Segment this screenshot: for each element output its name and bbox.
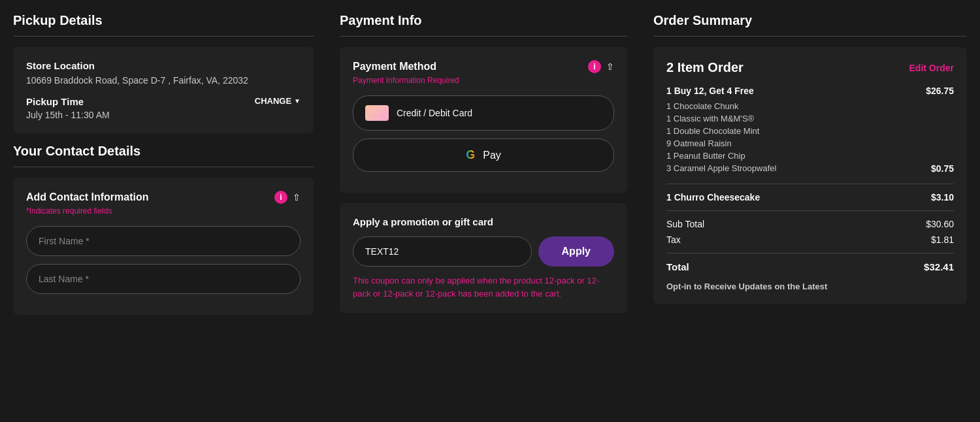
tax-value: $1.81 <box>931 235 954 245</box>
payment-required-note: Payment Information Required <box>353 76 614 85</box>
payment-chevron-up-icon[interactable]: ⇧ <box>606 61 614 72</box>
order-item-count: 2 Item Order <box>666 60 743 75</box>
order-item-row-2: 1 Churro Cheesecake $3.10 <box>666 192 954 203</box>
gpay-label: Pay <box>483 150 501 161</box>
store-address: 10669 Braddock Road, Space D-7 , Fairfax… <box>26 75 301 86</box>
first-name-input[interactable] <box>26 226 301 256</box>
pickup-time-value: July 15th - 11:30 AM <box>26 110 110 120</box>
sub-item-caramel-row: 3 Caramel Apple Stroopwafel $0.75 <box>666 163 954 176</box>
order-item-row: 1 Buy 12, Get 4 Free $26.75 <box>666 86 954 96</box>
order-item-2-price: $3.10 <box>931 192 954 203</box>
sub-item-chocolate-chunk: 1 Chocolate Chunk <box>666 101 954 111</box>
order-item-2-name: 1 Churro Cheesecake <box>666 192 760 203</box>
credit-card-label: Credit / Debit Card <box>397 108 472 118</box>
total-label: Total <box>666 261 689 272</box>
promo-error-message: This coupon can only be applied when the… <box>353 274 614 300</box>
payment-method-title: Payment Method <box>353 61 436 73</box>
sub-item-oatmeal-raisin: 9 Oatmeal Raisin <box>666 138 954 148</box>
chevron-down-icon: ▼ <box>294 97 301 105</box>
sub-item-caramel-price: $0.75 <box>931 163 954 174</box>
tax-row: Tax $1.81 <box>666 235 954 245</box>
gpay-option[interactable]: G Pay <box>353 138 614 172</box>
pickup-card: Store Location 10669 Braddock Road, Spac… <box>13 47 314 133</box>
contact-card-title: Add Contact Information <box>26 191 149 203</box>
payment-card: Payment Method i ⇧ Payment Information R… <box>340 47 627 193</box>
promo-input[interactable] <box>353 236 532 267</box>
contact-info-icon[interactable]: i <box>274 191 287 204</box>
edit-order-button[interactable]: Edit Order <box>909 63 954 73</box>
order-section-title: Order Summary <box>653 13 967 28</box>
promo-card: Apply a promotion or gift card Apply Thi… <box>340 203 627 313</box>
pickup-time-label: Pickup Time <box>26 96 110 107</box>
opt-in-text: Opt-in to Receive Updates on the Latest <box>666 282 954 291</box>
order-item-1-name: 1 Buy 12, Get 4 Free <box>666 86 754 96</box>
pickup-section-title: Pickup Details <box>13 13 314 28</box>
contact-card: Add Contact Information i ⇧ *Indicates r… <box>13 178 314 315</box>
required-note: *Indicates required fields <box>26 206 301 216</box>
contact-section-title: Your Contact Details <box>13 144 314 159</box>
credit-card-option[interactable]: Credit / Debit Card <box>353 95 614 131</box>
sub-item-classic-mms: 1 Classic with M&M'S® <box>666 114 954 123</box>
subtotal-label: Sub Total <box>666 219 704 229</box>
credit-card-icon <box>365 105 389 121</box>
order-item-1-price: $26.75 <box>926 86 954 96</box>
sub-item-peanut-butter: 1 Peanut Butter Chip <box>666 151 954 161</box>
sub-item-double-chocolate: 1 Double Chocolate Mint <box>666 126 954 136</box>
tax-label: Tax <box>666 235 681 245</box>
payment-info-icon[interactable]: i <box>588 60 601 73</box>
last-name-input[interactable] <box>26 264 301 294</box>
order-summary-card: 2 Item Order Edit Order 1 Buy 12, Get 4 … <box>653 47 967 304</box>
total-row: Total $32.41 <box>666 261 954 272</box>
contact-chevron-up-icon[interactable]: ⇧ <box>293 192 301 203</box>
promo-title: Apply a promotion or gift card <box>353 216 614 227</box>
google-g-icon: G <box>466 148 475 162</box>
total-value: $32.41 <box>924 261 954 272</box>
payment-section-title: Payment Info <box>340 13 627 28</box>
change-button[interactable]: CHANGE ▼ <box>255 96 301 106</box>
store-location-label: Store Location <box>26 60 301 71</box>
sub-item-caramel: 3 Caramel Apple Stroopwafel <box>666 163 776 173</box>
apply-button[interactable]: Apply <box>538 236 614 267</box>
subtotal-value: $30.60 <box>926 219 954 229</box>
subtotal-row: Sub Total $30.60 <box>666 219 954 229</box>
